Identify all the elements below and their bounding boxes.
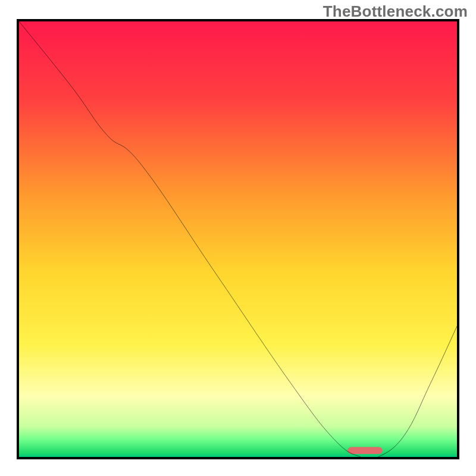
heat-gradient	[19, 21, 457, 457]
plot-frame	[17, 19, 459, 459]
chart-svg	[19, 21, 457, 457]
optimum-marker	[347, 447, 383, 454]
watermark-text: TheBottleneck.com	[323, 2, 468, 21]
chart-stage: TheBottleneck.com	[0, 0, 476, 476]
